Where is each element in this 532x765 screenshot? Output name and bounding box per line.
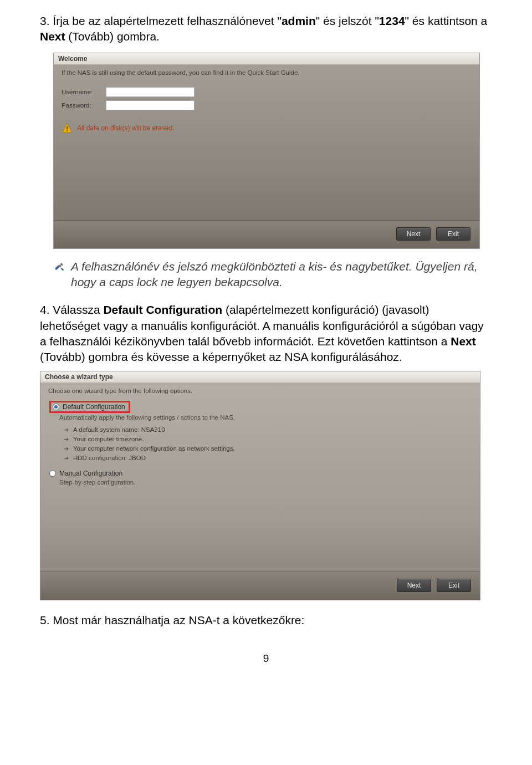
screenshot-welcome: Welcome If the NAS is still using the de… — [53, 53, 480, 249]
arrow-icon: ➔ — [64, 445, 69, 452]
radio-default[interactable] — [53, 404, 59, 410]
step-text: " és kattintson a — [405, 14, 488, 27]
default-settings-list: ➔A default system name: NSA310 ➔Your com… — [64, 426, 472, 462]
step-text: (Tovább) gombra és kövesse a képernyőket… — [40, 350, 402, 363]
warning-row: All data on disk(s) will be erased. — [62, 123, 472, 134]
arrow-icon: ➔ — [64, 436, 69, 443]
step-5: 5. Most már használhatja az NSA-t a köve… — [40, 613, 492, 628]
screenshot-wizard-type: Choose a wizard type Choose one wizard t… — [40, 371, 480, 600]
radio-label: Manual Configuration — [59, 470, 122, 477]
step-number: 3. — [40, 14, 50, 27]
default-config-bold: Default Configuration — [103, 303, 222, 316]
list-item: ➔A default system name: NSA310 — [64, 426, 472, 434]
arrow-icon: ➔ — [64, 455, 69, 462]
exit-button[interactable]: Exit — [436, 227, 470, 241]
step-text: (Tovább) gombra. — [65, 30, 160, 43]
next-bold: Next — [40, 30, 65, 43]
username-row: Username: — [62, 87, 472, 97]
arrow-icon: ➔ — [64, 426, 69, 434]
step-4: 4. Válassza Default Configuration (alapé… — [40, 302, 492, 365]
option-default-sub: Automatically apply the following settin… — [59, 414, 472, 421]
dialog-title: Welcome — [54, 53, 479, 65]
dialog-heading: Choose a wizard type — [40, 371, 480, 383]
warning-icon — [62, 123, 73, 134]
password-value: 1234 — [379, 14, 405, 27]
step-3: 3. Írja be az alapértelmezett felhasznál… — [40, 13, 492, 45]
option-manual-config[interactable]: Manual Configuration — [49, 470, 472, 477]
username-input[interactable] — [106, 87, 195, 97]
dialog-subtext: If the NAS is still using the default pa… — [62, 69, 472, 76]
admin-value: admin — [282, 14, 316, 27]
list-item: ➔HDD configuration: JBOD — [64, 455, 472, 462]
next-button[interactable]: Next — [397, 579, 431, 592]
step-number: 4. — [40, 303, 50, 316]
radio-label: Default Configuration — [63, 403, 125, 411]
password-row: Password: — [62, 100, 472, 110]
svg-rect-0 — [66, 126, 68, 129]
username-label: Username: — [62, 89, 106, 95]
step-text: Most már használhatja az NSA-t a követke… — [53, 614, 304, 626]
note-text: A felhasználónév és jelszó megkülönbözte… — [71, 259, 492, 290]
step-text: Válassza — [53, 303, 103, 316]
dialog-footer: Next Exit — [54, 220, 479, 248]
next-button[interactable]: Next — [396, 227, 431, 241]
dialog-sub: Choose one wizard type from the followin… — [48, 387, 472, 394]
list-item: ➔Your computer timezone. — [64, 436, 472, 443]
option-manual-sub: Step-by-step configuration. — [59, 479, 472, 486]
exit-button[interactable]: Exit — [437, 579, 471, 592]
tools-icon — [53, 261, 65, 277]
password-label: Password: — [62, 102, 106, 109]
dialog-footer: Next Exit — [40, 572, 480, 600]
step-number: 5. — [40, 614, 50, 626]
note-caps-lock: A felhasználónév és jelszó megkülönbözte… — [53, 259, 492, 290]
svg-rect-1 — [66, 130, 68, 131]
warning-text: All data on disk(s) will be erased. — [77, 124, 174, 132]
step-text: Írja be az alapértelmezett felhasználóne… — [53, 14, 282, 27]
next-bold: Next — [451, 335, 476, 348]
option-default-config[interactable]: Default Configuration — [49, 401, 472, 413]
radio-manual[interactable] — [49, 470, 56, 477]
password-input[interactable] — [106, 100, 195, 110]
step-text: " és jelszót " — [316, 14, 379, 27]
list-item: ➔Your computer network configuration as … — [64, 445, 472, 452]
page-number: 9 — [40, 652, 492, 665]
